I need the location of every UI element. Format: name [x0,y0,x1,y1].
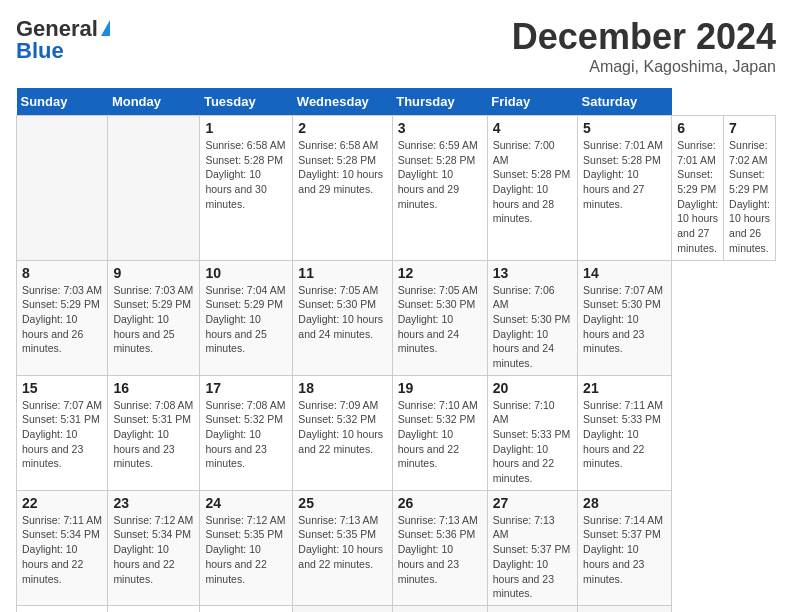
calendar-cell: 11Sunrise: 7:05 AMSunset: 5:30 PMDayligh… [293,260,392,375]
day-info: Sunrise: 7:13 AMSunset: 5:37 PMDaylight:… [493,513,572,601]
day-number: 13 [493,265,572,281]
calendar-week-1: 1Sunrise: 6:58 AMSunset: 5:28 PMDaylight… [17,116,776,261]
day-number: 16 [113,380,194,396]
calendar-week-5: 29Sunrise: 7:14 AMSunset: 5:38 PMDayligh… [17,605,776,612]
calendar-cell: 12Sunrise: 7:05 AMSunset: 5:30 PMDayligh… [392,260,487,375]
location-title: Amagi, Kagoshima, Japan [512,58,776,76]
day-info: Sunrise: 6:58 AMSunset: 5:28 PMDaylight:… [298,138,386,197]
day-info: Sunrise: 7:07 AMSunset: 5:31 PMDaylight:… [22,398,102,471]
day-info: Sunrise: 7:13 AMSunset: 5:35 PMDaylight:… [298,513,386,572]
calendar-cell: 6Sunrise: 7:01 AMSunset: 5:29 PMDaylight… [672,116,724,261]
day-info: Sunrise: 7:09 AMSunset: 5:32 PMDaylight:… [298,398,386,457]
calendar-cell: 4Sunrise: 7:00 AMSunset: 5:28 PMDaylight… [487,116,577,261]
day-number: 15 [22,380,102,396]
day-number: 28 [583,495,666,511]
day-info: Sunrise: 7:12 AMSunset: 5:35 PMDaylight:… [205,513,287,586]
month-title: December 2024 [512,16,776,58]
day-number: 24 [205,495,287,511]
calendar-cell: 31Sunrise: 7:15 AMSunset: 5:39 PMDayligh… [200,605,293,612]
calendar-cell: 19Sunrise: 7:10 AMSunset: 5:32 PMDayligh… [392,375,487,490]
day-info: Sunrise: 7:11 AMSunset: 5:34 PMDaylight:… [22,513,102,586]
logo-triangle-icon [101,20,110,36]
day-number: 10 [205,265,287,281]
calendar-cell: 15Sunrise: 7:07 AMSunset: 5:31 PMDayligh… [17,375,108,490]
calendar-cell [578,605,672,612]
day-info: Sunrise: 7:13 AMSunset: 5:36 PMDaylight:… [398,513,482,586]
calendar-table: SundayMondayTuesdayWednesdayThursdayFrid… [16,88,776,612]
day-number: 4 [493,120,572,136]
calendar-cell: 8Sunrise: 7:03 AMSunset: 5:29 PMDaylight… [17,260,108,375]
calendar-cell: 7Sunrise: 7:02 AMSunset: 5:29 PMDaylight… [724,116,776,261]
day-info: Sunrise: 6:58 AMSunset: 5:28 PMDaylight:… [205,138,287,211]
calendar-cell [487,605,577,612]
day-number: 11 [298,265,386,281]
calendar-cell: 9Sunrise: 7:03 AMSunset: 5:29 PMDaylight… [108,260,200,375]
day-info: Sunrise: 7:10 AMSunset: 5:32 PMDaylight:… [398,398,482,471]
day-number: 1 [205,120,287,136]
calendar-cell: 5Sunrise: 7:01 AMSunset: 5:28 PMDaylight… [578,116,672,261]
day-number: 26 [398,495,482,511]
day-info: Sunrise: 7:06 AMSunset: 5:30 PMDaylight:… [493,283,572,371]
calendar-cell: 28Sunrise: 7:14 AMSunset: 5:37 PMDayligh… [578,490,672,605]
calendar-cell [108,116,200,261]
day-number: 18 [298,380,386,396]
day-info: Sunrise: 7:12 AMSunset: 5:34 PMDaylight:… [113,513,194,586]
day-number: 5 [583,120,666,136]
day-info: Sunrise: 7:01 AMSunset: 5:28 PMDaylight:… [583,138,666,211]
day-number: 17 [205,380,287,396]
weekday-header-wednesday: Wednesday [293,88,392,116]
day-number: 19 [398,380,482,396]
day-info: Sunrise: 7:11 AMSunset: 5:33 PMDaylight:… [583,398,666,471]
weekday-header-friday: Friday [487,88,577,116]
calendar-cell [17,116,108,261]
day-number: 20 [493,380,572,396]
day-info: Sunrise: 7:08 AMSunset: 5:31 PMDaylight:… [113,398,194,471]
calendar-cell: 21Sunrise: 7:11 AMSunset: 5:33 PMDayligh… [578,375,672,490]
day-info: Sunrise: 7:01 AMSunset: 5:29 PMDaylight:… [677,138,718,256]
calendar-cell: 16Sunrise: 7:08 AMSunset: 5:31 PMDayligh… [108,375,200,490]
day-number: 12 [398,265,482,281]
day-info: Sunrise: 7:10 AMSunset: 5:33 PMDaylight:… [493,398,572,486]
calendar-week-2: 8Sunrise: 7:03 AMSunset: 5:29 PMDaylight… [17,260,776,375]
day-info: Sunrise: 7:08 AMSunset: 5:32 PMDaylight:… [205,398,287,471]
calendar-cell: 22Sunrise: 7:11 AMSunset: 5:34 PMDayligh… [17,490,108,605]
calendar-cell: 23Sunrise: 7:12 AMSunset: 5:34 PMDayligh… [108,490,200,605]
day-info: Sunrise: 7:14 AMSunset: 5:37 PMDaylight:… [583,513,666,586]
day-info: Sunrise: 7:05 AMSunset: 5:30 PMDaylight:… [298,283,386,342]
calendar-cell: 26Sunrise: 7:13 AMSunset: 5:36 PMDayligh… [392,490,487,605]
day-number: 2 [298,120,386,136]
title-area: December 2024 Amagi, Kagoshima, Japan [512,16,776,76]
day-number: 27 [493,495,572,511]
weekday-header-monday: Monday [108,88,200,116]
day-number: 8 [22,265,102,281]
calendar-cell: 29Sunrise: 7:14 AMSunset: 5:38 PMDayligh… [17,605,108,612]
page-header: General Blue December 2024 Amagi, Kagosh… [16,16,776,76]
day-number: 9 [113,265,194,281]
day-info: Sunrise: 7:07 AMSunset: 5:30 PMDaylight:… [583,283,666,356]
weekday-header-row: SundayMondayTuesdayWednesdayThursdayFrid… [17,88,776,116]
day-number: 6 [677,120,718,136]
day-number: 22 [22,495,102,511]
day-number: 25 [298,495,386,511]
day-info: Sunrise: 6:59 AMSunset: 5:28 PMDaylight:… [398,138,482,211]
calendar-cell: 24Sunrise: 7:12 AMSunset: 5:35 PMDayligh… [200,490,293,605]
day-number: 23 [113,495,194,511]
day-number: 3 [398,120,482,136]
day-info: Sunrise: 7:05 AMSunset: 5:30 PMDaylight:… [398,283,482,356]
weekday-header-sunday: Sunday [17,88,108,116]
calendar-cell [392,605,487,612]
calendar-cell: 20Sunrise: 7:10 AMSunset: 5:33 PMDayligh… [487,375,577,490]
day-info: Sunrise: 7:04 AMSunset: 5:29 PMDaylight:… [205,283,287,356]
calendar-cell: 17Sunrise: 7:08 AMSunset: 5:32 PMDayligh… [200,375,293,490]
day-info: Sunrise: 7:03 AMSunset: 5:29 PMDaylight:… [113,283,194,356]
logo: General Blue [16,16,110,64]
calendar-cell: 13Sunrise: 7:06 AMSunset: 5:30 PMDayligh… [487,260,577,375]
calendar-cell: 25Sunrise: 7:13 AMSunset: 5:35 PMDayligh… [293,490,392,605]
weekday-header-saturday: Saturday [578,88,672,116]
calendar-cell: 14Sunrise: 7:07 AMSunset: 5:30 PMDayligh… [578,260,672,375]
calendar-week-4: 22Sunrise: 7:11 AMSunset: 5:34 PMDayligh… [17,490,776,605]
calendar-cell: 27Sunrise: 7:13 AMSunset: 5:37 PMDayligh… [487,490,577,605]
calendar-cell: 3Sunrise: 6:59 AMSunset: 5:28 PMDaylight… [392,116,487,261]
calendar-cell: 2Sunrise: 6:58 AMSunset: 5:28 PMDaylight… [293,116,392,261]
day-number: 14 [583,265,666,281]
